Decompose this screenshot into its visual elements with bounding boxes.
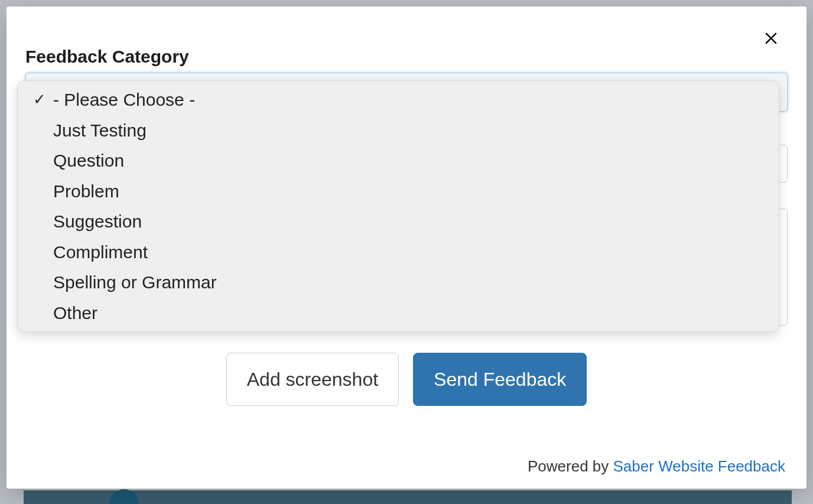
avatar: [109, 489, 139, 504]
close-icon: [762, 28, 780, 48]
page-background-bar: [24, 490, 792, 504]
dropdown-option-please-choose[interactable]: - Please Choose -: [18, 84, 779, 115]
dropdown-option-suggestion[interactable]: Suggestion: [18, 206, 779, 237]
dropdown-option-other[interactable]: Other: [18, 298, 779, 329]
action-button-row: Add screenshot Send Feedback: [25, 353, 788, 406]
dropdown-option-question[interactable]: Question: [18, 145, 779, 176]
dropdown-option-spelling[interactable]: Spelling or Grammar: [18, 267, 779, 298]
dropdown-option-problem[interactable]: Problem: [18, 176, 779, 207]
dropdown-option-just-testing[interactable]: Just Testing: [18, 115, 779, 146]
feedback-modal: Feedback Category - Please Choose - Add …: [6, 6, 807, 489]
send-feedback-button[interactable]: Send Feedback: [413, 353, 587, 406]
saber-feedback-link[interactable]: Saber Website Feedback: [613, 457, 785, 475]
feedback-category-label: Feedback Category: [25, 47, 788, 67]
add-screenshot-button[interactable]: Add screenshot: [226, 353, 399, 406]
close-button[interactable]: [759, 27, 783, 50]
feedback-category-dropdown: - Please Choose - Just Testing Question …: [17, 80, 779, 332]
powered-by-footer: Powered by Saber Website Feedback: [528, 457, 785, 476]
dropdown-option-compliment[interactable]: Compliment: [18, 237, 779, 268]
powered-by-prefix: Powered by: [528, 457, 613, 475]
